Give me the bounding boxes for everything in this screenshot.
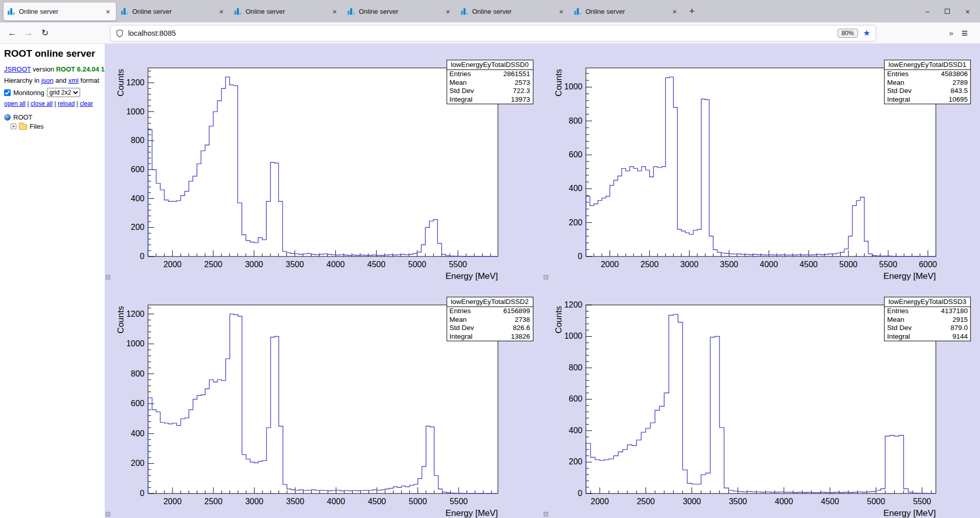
tab-title: Online server [472,8,557,15]
back-button[interactable]: ← [4,28,20,38]
open-all-link[interactable]: open all [4,100,26,107]
close-all-link[interactable]: close all [31,100,53,107]
forward-button[interactable]: → [20,28,37,38]
stats-row-mean: Mean2915 [885,316,970,324]
stats-row-integral: Integral13973 [447,96,533,104]
y-tick-label: 400 [569,426,582,435]
browser-tab-6[interactable]: Online server× [570,3,682,20]
pad-resize-handle[interactable] [106,275,110,279]
url-bar[interactable]: localhost:8085 80% ★ [110,25,876,41]
stats-row-integral: Integral9144 [885,333,970,341]
stats-value: 10695 [948,96,968,104]
stats-value: 722.3 [513,87,530,96]
x-tick-label: 2500 [204,497,223,506]
pad-lowEnergyEyTotalDSSD1[interactable]: 2000250030003500400045005000550060000200… [543,44,980,281]
x-tick-label: 2000 [163,260,182,269]
shield-icon[interactable] [116,29,124,37]
stats-row-mean: Mean2573 [447,79,533,87]
zoom-level-badge[interactable]: 80% [838,29,858,38]
x-axis-title: Energy [MeV] [883,508,936,518]
version-value: ROOT 6.24.04 13/07/2021 [56,65,105,73]
x-tick-label: 5500 [449,260,467,269]
tab-close-icon[interactable]: × [557,7,565,16]
minimize-button[interactable]: − [925,7,929,16]
hierarchy-mid: and [54,77,68,84]
stats-label: Mean [450,316,467,324]
stats-row-std-dev: Std Dev843.5 [885,87,970,96]
pad-lowEnergyEyTotalDSSD2[interactable]: 2000250030003500400045005000550002004006… [105,281,543,518]
pad-resize-handle[interactable] [544,512,548,516]
y-tick-label: 600 [131,399,144,408]
stats-box-lowEnergyEyTotalDSSD1[interactable]: lowEnergyEyTotalDSSD1Entries4583806Mean2… [884,60,971,104]
xml-link[interactable]: xml [68,77,79,84]
stats-box-lowEnergyEyTotalDSSD2[interactable]: lowEnergyEyTotalDSSD2Entries6156899Mean2… [447,297,533,341]
reload-button[interactable]: ↻ [37,28,53,38]
tab-title: Online server [246,8,331,15]
overflow-menu-icon[interactable]: » [944,29,958,37]
x-tick-label: 5500 [879,260,897,269]
stats-label: Entries [450,70,471,79]
stats-box-lowEnergyEyTotalDSSD3[interactable]: lowEnergyEyTotalDSSD3Entries4137180Mean2… [884,297,971,341]
plot-frame [148,68,498,256]
pad-lowEnergyEyTotalDSSD3[interactable]: 2000250030003500400045005000550002004006… [543,281,980,518]
jsroot-sidebar: ROOT online server JSROOT version ROOT 6… [0,44,105,518]
folder-icon [19,124,27,130]
pad-lowEnergyEyTotalDSSD0[interactable]: 2000250030003500400045005000550002004006… [105,44,543,281]
pad-resize-handle[interactable] [544,275,548,279]
bookmark-star-icon[interactable]: ★ [863,28,870,38]
browser-tab-1[interactable]: Online server× [4,3,116,20]
grid-layout-select[interactable]: grid 2x2 [47,88,80,97]
json-link[interactable]: json [41,77,54,84]
tree-item-files[interactable]: + Files [4,122,105,131]
stats-title: lowEnergyEyTotalDSSD1 [885,60,970,70]
y-tick-label: 1200 [564,300,582,309]
x-tick-label: 5000 [409,497,427,506]
url-text[interactable]: localhost:8085 [128,29,838,37]
stats-row-entries: Entries4137180 [885,307,970,316]
tab-close-icon[interactable]: × [671,7,678,16]
y-tick-label: 600 [131,165,144,174]
close-window-button[interactable]: × [965,7,970,16]
tab-close-icon[interactable]: × [104,7,112,16]
tab-strip: Online server×Online server×Online serve… [3,0,683,22]
y-tick-label: 0 [140,489,144,498]
stats-label: Integral [450,333,473,341]
tab-title: Online server [359,8,444,15]
browser-tab-5[interactable]: Online server× [457,3,569,20]
y-tick-label: 800 [131,369,144,378]
stats-row-std-dev: Std Dev879.0 [885,324,970,333]
y-axis-title: Counts [116,306,126,334]
jsroot-link[interactable]: JSROOT [4,65,31,73]
x-tick-label: 2500 [204,260,223,269]
tab-close-icon[interactable]: × [217,7,225,16]
browser-tab-2[interactable]: Online server× [117,3,229,20]
stats-value: 2915 [952,316,968,324]
x-tick-label: 3500 [286,260,304,269]
y-tick-label: 0 [140,252,144,261]
x-tick-label: 3500 [286,497,305,506]
new-tab-button[interactable]: + [683,6,701,17]
browser-tab-3[interactable]: Online server× [230,3,342,20]
reload-link[interactable]: reload [58,100,75,107]
stats-value: 13826 [511,333,530,341]
tree-item-root[interactable]: ROOT [4,112,105,122]
stats-value: 4137180 [941,307,968,316]
stats-label: Integral [887,333,910,341]
hamburger-menu-icon[interactable]: ≡ [959,27,976,39]
pad-resize-handle[interactable] [106,512,110,516]
canvas-area: 2000250030003500400045005000550002004006… [105,44,980,518]
y-tick-label: 1000 [126,339,144,348]
monitoring-checkbox[interactable] [4,89,11,96]
x-axis-title: Energy [MeV] [446,271,498,281]
stats-value: 6156899 [503,307,530,316]
tab-close-icon[interactable]: × [444,7,452,16]
clear-link[interactable]: clear [80,100,93,107]
stats-box-lowEnergyEyTotalDSSD0[interactable]: lowEnergyEyTotalDSSD0Entries2861551Mean2… [447,60,533,104]
expand-icon[interactable]: + [11,124,16,129]
page-title: ROOT online server [4,48,105,59]
browser-tab-4[interactable]: Online server× [344,3,456,20]
maximize-button[interactable] [945,9,950,14]
tab-favicon [461,8,468,15]
tab-close-icon[interactable]: × [331,7,338,16]
stats-label: Integral [450,96,473,104]
